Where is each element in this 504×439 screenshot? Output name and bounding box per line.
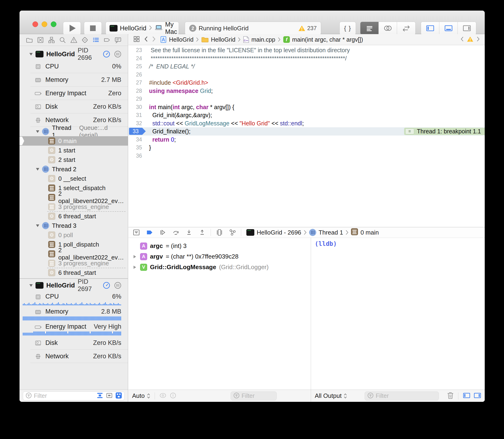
disclosure-triangle-icon[interactable] xyxy=(29,284,33,287)
gauge-row-energy-impact[interactable]: Energy ImpactVery High xyxy=(20,321,128,336)
console-filter-field[interactable] xyxy=(365,391,439,401)
gauge-row-memory[interactable]: Memory2.8 MB xyxy=(20,306,128,321)
code-line-35[interactable]: 35} xyxy=(128,144,485,152)
source-editor[interactable]: 23 See the full license in the file "LIC… xyxy=(128,45,485,227)
navigator-tab-search[interactable] xyxy=(59,36,66,44)
disclosure-triangle-icon[interactable] xyxy=(36,130,39,133)
navigator-tab-breakpoints[interactable] xyxy=(103,36,111,44)
breakpoints-toggle-button[interactable] xyxy=(143,228,156,237)
disclosure-triangle-icon[interactable] xyxy=(36,168,39,171)
filter-view-mode-icon[interactable] xyxy=(115,392,122,400)
toggle-variables-view-button[interactable] xyxy=(463,392,471,400)
breakpoint-badge[interactable]: 33 xyxy=(129,128,142,135)
gauge-row-energy-impact[interactable]: Energy ImpactZero xyxy=(20,86,128,100)
debug-process-label[interactable]: HelloGrid - 2696 xyxy=(257,229,301,236)
filter-flagged-icon[interactable] xyxy=(96,392,104,400)
code-line-36[interactable]: 36 xyxy=(128,152,485,160)
jump-bar-item[interactable]: fmain(int argc, char * argv[]) xyxy=(283,36,363,43)
code-line-31[interactable]: 31 Grid_init(&argc,&argv); xyxy=(128,111,485,119)
thread-row[interactable]: Thread 1Queue:...d (serial) xyxy=(20,127,128,136)
hide-debug-area-button[interactable] xyxy=(130,228,143,237)
navigator-filter-field[interactable] xyxy=(23,391,125,401)
process-row[interactable]: HelloGridPID 2696 xyxy=(20,49,128,60)
frame-row[interactable]: 2 opal_libevent2022_ev… xyxy=(20,249,128,258)
next-issue-icon[interactable] xyxy=(476,36,480,43)
variable-row[interactable]: Aargc = (int) 3 xyxy=(128,241,311,251)
variable-row[interactable]: VGrid::GridLogMessage (Grid::GridLogger) xyxy=(128,262,311,272)
debug-frame-label[interactable]: 0 main xyxy=(360,229,379,236)
gauge-row-memory[interactable]: Memory2.7 MB xyxy=(20,73,128,86)
process-row[interactable]: HelloGridPID 2697 xyxy=(20,280,128,291)
navigator-tab-issues[interactable] xyxy=(70,36,78,44)
minimize-button[interactable] xyxy=(42,21,47,27)
debug-view-hierarchy-button[interactable] xyxy=(213,228,226,237)
navigator-tab-debug[interactable] xyxy=(92,36,100,44)
navigator-tab-source-control[interactable] xyxy=(37,36,44,44)
frame-row[interactable]: 0 main xyxy=(20,136,128,146)
console-view[interactable]: (lldb) xyxy=(311,238,485,390)
toggle-navigator-button[interactable] xyxy=(421,22,439,35)
code-line-29[interactable]: 29 xyxy=(128,95,485,103)
disclosure-triangle-icon[interactable] xyxy=(36,224,39,227)
step-into-button[interactable] xyxy=(182,228,196,237)
braces-button[interactable]: { } xyxy=(340,22,356,35)
code-line-30[interactable]: 30int main(int argc, char * argv[]) { xyxy=(128,103,485,111)
frame-row[interactable]: ⚙0 poll xyxy=(20,230,128,240)
version-editor-button[interactable] xyxy=(397,22,415,35)
disclosure-triangle-icon[interactable] xyxy=(132,266,137,269)
warnings-indicator[interactable]: 237 xyxy=(298,25,317,32)
disclosure-triangle-icon[interactable] xyxy=(29,53,33,56)
standard-editor-button[interactable] xyxy=(360,22,379,35)
navigator-tab-reports[interactable] xyxy=(114,36,122,44)
thread-row[interactable]: Thread 3 xyxy=(20,221,128,230)
frame-row[interactable]: ⚙6 thread_start xyxy=(20,268,128,277)
frame-row[interactable]: ⚙0 __select xyxy=(20,174,128,183)
close-button[interactable] xyxy=(33,21,38,27)
console-filter-input[interactable] xyxy=(376,392,437,399)
variable-row[interactable]: Aargv = (char **) 0x7ffee9039c28 xyxy=(128,251,311,262)
disclosure-triangle-icon[interactable] xyxy=(132,255,137,258)
gauge-row-disk[interactable]: DiskZero KB/s xyxy=(20,336,128,350)
related-items-icon[interactable] xyxy=(133,36,140,44)
previous-issue-icon[interactable] xyxy=(460,36,464,43)
code-line-34[interactable]: 34 return 0; xyxy=(128,135,485,144)
gauge-view-button[interactable] xyxy=(103,50,110,58)
navigator-tab-symbols[interactable] xyxy=(48,36,55,44)
gauge-view-button[interactable] xyxy=(103,281,110,289)
code-line-25[interactable]: 25/* END LEGAL */ xyxy=(128,62,485,71)
step-over-button[interactable] xyxy=(169,228,182,237)
code-line-24[interactable]: 24 *************************************… xyxy=(128,54,485,62)
scheme-selector[interactable]: HelloGrid My Mac xyxy=(105,22,179,35)
quicklook-icon[interactable] xyxy=(159,392,167,400)
console-scope-dropdown[interactable]: All Output xyxy=(315,392,347,400)
filter-frames-icon[interactable] xyxy=(105,392,113,400)
annotation-menu-icon[interactable]: ≡ xyxy=(405,128,414,134)
navigator-filter-input[interactable] xyxy=(34,392,94,399)
continue-button[interactable] xyxy=(156,228,169,237)
code-line-27[interactable]: 27#include <Grid/Grid.h> xyxy=(128,79,485,87)
toggle-inspectors-button[interactable] xyxy=(458,22,476,35)
debug-memory-graph-button[interactable] xyxy=(226,228,239,237)
variables-scope-dropdown[interactable]: Auto xyxy=(132,392,151,400)
frame-row[interactable]: ⚙2 start xyxy=(20,155,128,164)
code-line-28[interactable]: 28using namespace Grid; xyxy=(128,87,485,95)
frame-row[interactable]: 3 progress_engine xyxy=(20,202,128,211)
thread-view-button[interactable] xyxy=(114,281,122,289)
gauge-row-disk[interactable]: DiskZero KB/s xyxy=(20,100,128,113)
code-line-32[interactable]: 32 std::cout << GridLogMessage << "Hello… xyxy=(128,119,485,128)
step-out-button[interactable] xyxy=(196,228,209,237)
thread-row[interactable]: Thread 2 xyxy=(20,164,128,174)
gauge-row-cpu[interactable]: CPU6% xyxy=(20,291,128,306)
clear-console-button[interactable] xyxy=(447,391,454,401)
frame-row[interactable]: 2 opal_libevent2022_ev… xyxy=(20,193,128,202)
back-icon[interactable] xyxy=(144,36,148,43)
jump-bar-item[interactable]: C++main.cpp xyxy=(243,36,275,43)
assistant-editor-button[interactable] xyxy=(379,22,397,35)
jump-bar-item[interactable]: HelloGrid xyxy=(201,36,235,43)
zoom-button[interactable] xyxy=(51,21,56,27)
navigator-tab-project[interactable] xyxy=(26,36,33,44)
thread-view-button[interactable] xyxy=(114,50,122,58)
frame-row[interactable]: 3 progress_engine xyxy=(20,258,128,268)
issue-warning-icon[interactable] xyxy=(467,36,473,43)
gauge-row-cpu[interactable]: CPU0% xyxy=(20,60,128,73)
